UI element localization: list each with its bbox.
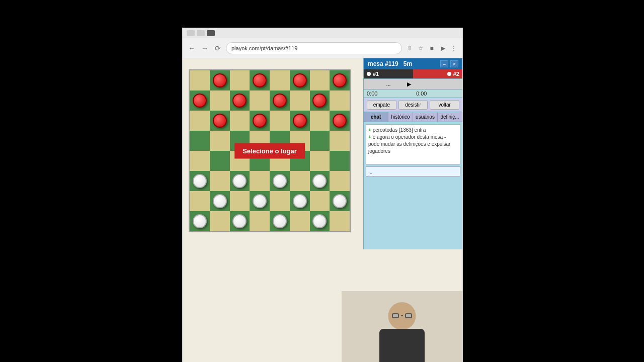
cell-2-5[interactable]	[290, 111, 310, 131]
back-button[interactable]: ←	[187, 43, 197, 53]
red-piece-1-6[interactable]	[312, 94, 327, 108]
cell-7-0[interactable]	[190, 211, 210, 231]
cell-6-1[interactable]	[210, 191, 230, 211]
red-piece-1-2[interactable]	[232, 94, 247, 108]
empate-button[interactable]: empate	[367, 100, 396, 110]
white-piece-5-0[interactable]	[193, 174, 207, 188]
tab-1[interactable]	[187, 30, 195, 36]
cell-1-1[interactable]	[210, 90, 230, 111]
cell-7-7[interactable]	[330, 211, 350, 231]
cell-6-6[interactable]	[310, 191, 330, 211]
close-button[interactable]: ×	[450, 60, 458, 67]
cell-7-6[interactable]	[310, 211, 330, 231]
cell-3-6[interactable]	[310, 131, 330, 151]
cell-1-0[interactable]	[190, 90, 210, 111]
cell-5-7[interactable]	[330, 171, 350, 191]
cell-1-4[interactable]	[270, 90, 290, 111]
cell-0-7[interactable]	[330, 70, 350, 90]
cell-7-5[interactable]	[290, 211, 310, 231]
cell-0-4[interactable]	[270, 70, 290, 90]
white-piece-6-7[interactable]	[333, 194, 347, 208]
tab-historico[interactable]: histórico	[388, 112, 413, 122]
white-piece-5-2[interactable]	[232, 174, 247, 188]
cell-7-3[interactable]	[250, 211, 270, 231]
white-piece-7-4[interactable]	[273, 214, 287, 228]
red-piece-2-7[interactable]	[333, 114, 347, 128]
chat-input[interactable]	[366, 166, 460, 176]
cell-0-0[interactable]	[190, 70, 210, 90]
cell-5-1[interactable]	[210, 171, 230, 191]
profile-icon[interactable]: ▶	[438, 44, 447, 53]
white-piece-5-4[interactable]	[273, 174, 287, 188]
cell-6-2[interactable]	[230, 191, 250, 211]
cell-0-5[interactable]	[290, 70, 310, 90]
cell-3-0[interactable]	[190, 131, 210, 151]
cell-3-7[interactable]	[330, 131, 350, 151]
forward-button[interactable]: →	[200, 43, 210, 53]
cell-7-2[interactable]	[230, 211, 250, 231]
cell-5-3[interactable]	[250, 171, 270, 191]
cell-6-5[interactable]	[290, 191, 310, 211]
cell-4-7[interactable]	[330, 151, 350, 171]
cell-0-1[interactable]	[210, 70, 230, 90]
cell-1-6[interactable]	[310, 90, 330, 111]
red-piece-2-3[interactable]	[253, 114, 267, 128]
cell-0-3[interactable]	[250, 70, 270, 90]
cell-2-2[interactable]	[230, 111, 250, 131]
red-piece-0-1[interactable]	[213, 73, 227, 87]
red-piece-0-7[interactable]	[333, 73, 347, 87]
cell-5-4[interactable]	[270, 171, 290, 191]
extensions-icon[interactable]: ■	[427, 44, 436, 53]
cell-1-2[interactable]	[230, 90, 250, 111]
red-piece-2-5[interactable]	[293, 114, 307, 128]
cell-1-7[interactable]	[330, 90, 350, 111]
cell-1-3[interactable]	[250, 90, 270, 111]
red-piece-0-5[interactable]	[293, 73, 307, 87]
white-piece-6-5[interactable]	[293, 194, 307, 208]
red-piece-2-1[interactable]	[213, 114, 227, 128]
cell-5-0[interactable]	[190, 171, 210, 191]
star-icon[interactable]: ☆	[416, 44, 425, 53]
cell-4-0[interactable]	[190, 151, 210, 171]
cell-2-7[interactable]	[330, 111, 350, 131]
cell-7-4[interactable]	[270, 211, 290, 231]
reload-button[interactable]: ⟳	[213, 43, 223, 53]
cell-0-6[interactable]	[310, 70, 330, 90]
select-message[interactable]: Selecione o lugar	[234, 143, 305, 159]
red-piece-1-4[interactable]	[273, 94, 287, 108]
minimize-button[interactable]: –	[440, 60, 448, 67]
desistir-button[interactable]: desistir	[398, 100, 428, 110]
cell-6-3[interactable]	[250, 191, 270, 211]
red-piece-0-3[interactable]	[253, 73, 267, 87]
tab-definicoes[interactable]: definiç...	[438, 112, 462, 122]
cell-2-4[interactable]	[270, 111, 290, 131]
address-bar[interactable]: playok.com/pt/damas/#119	[226, 42, 402, 54]
cell-2-3[interactable]	[250, 111, 270, 131]
white-piece-6-3[interactable]	[253, 194, 267, 208]
white-piece-7-2[interactable]	[232, 214, 247, 228]
cell-5-2[interactable]	[230, 171, 250, 191]
tab-usuarios[interactable]: usuários	[413, 112, 438, 122]
cell-3-1[interactable]	[210, 131, 230, 151]
white-piece-5-6[interactable]	[312, 174, 327, 188]
cell-2-6[interactable]	[310, 111, 330, 131]
share-icon[interactable]: ⇧	[405, 44, 414, 53]
tab-active[interactable]	[207, 30, 215, 36]
menu-icon[interactable]: ⋮	[449, 44, 458, 53]
tab-chat[interactable]: chat	[364, 112, 388, 122]
white-piece-7-6[interactable]	[312, 214, 327, 228]
cell-5-6[interactable]	[310, 171, 330, 191]
white-piece-6-1[interactable]	[213, 194, 227, 208]
cell-2-1[interactable]	[210, 111, 230, 131]
cell-0-2[interactable]	[230, 70, 250, 90]
cell-6-0[interactable]	[190, 191, 210, 211]
cell-6-7[interactable]	[330, 191, 350, 211]
voltar-button[interactable]: voltar	[430, 100, 459, 110]
white-piece-7-0[interactable]	[193, 214, 207, 228]
cell-7-1[interactable]	[210, 211, 230, 231]
red-piece-1-0[interactable]	[193, 94, 207, 108]
cell-5-5[interactable]	[290, 171, 310, 191]
cell-6-4[interactable]	[270, 191, 290, 211]
cell-1-5[interactable]	[290, 90, 310, 111]
cell-4-1[interactable]	[210, 151, 230, 171]
